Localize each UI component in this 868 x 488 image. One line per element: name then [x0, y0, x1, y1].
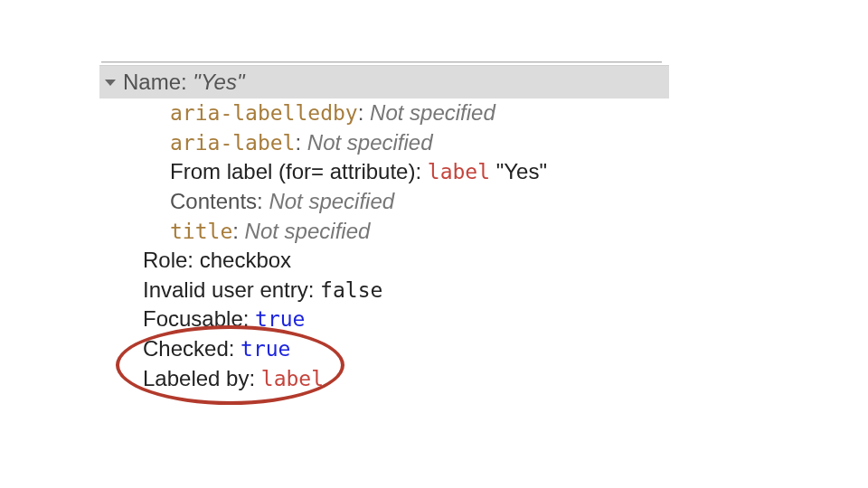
source-aria-label: aria-label: Not specified [99, 128, 669, 158]
source-contents: Contents: Not specified [99, 187, 669, 217]
contents-value: Not specified [269, 189, 394, 213]
prop-labeled-by: Labeled by: label [99, 364, 669, 394]
role-label: Role: [143, 248, 193, 272]
role-value: checkbox [200, 248, 291, 272]
prop-invalid: Invalid user entry: false [99, 276, 669, 305]
aria-label-attr: aria-label [170, 131, 295, 155]
labeled-by-value: label [261, 367, 324, 390]
checked-value: true [241, 337, 290, 361]
focusable-value: true [255, 307, 305, 331]
checked-label: Checked: [143, 336, 234, 361]
title-attr: title [170, 220, 232, 243]
invalid-value: false [320, 278, 382, 302]
prop-checked: Checked: true [99, 334, 669, 364]
source-title: title: Not specified [99, 217, 669, 247]
from-label-text: "Yes" [496, 159, 547, 183]
chevron-down-icon [105, 80, 116, 86]
aria-labelledby-value: Not specified [370, 100, 495, 125]
name-label: Name: [123, 68, 187, 98]
title-value: Not specified [245, 219, 371, 243]
prop-role: Role: checkbox [99, 246, 669, 276]
source-from-label: From label (for= attribute): label "Yes" [99, 157, 669, 187]
invalid-label: Invalid user entry: [143, 277, 314, 302]
source-aria-labelledby: aria-labelledby: Not specified [99, 99, 669, 128]
focusable-label: Focusable: [143, 306, 249, 331]
name-value: "Yes" [193, 68, 244, 98]
contents-label: Contents: [170, 189, 263, 213]
from-label-label: From label (for= attribute): [170, 159, 421, 183]
accessibility-panel: Name: "Yes" aria-labelledby: Not specifi… [99, 65, 669, 393]
aria-labelledby-attr: aria-labelledby [170, 101, 358, 125]
aria-label-value: Not specified [307, 130, 433, 155]
name-section-header[interactable]: Name: "Yes" [99, 65, 669, 99]
from-label-code: label [428, 160, 490, 183]
labeled-by-label: Labeled by: [143, 366, 255, 390]
prop-focusable: Focusable: true [99, 305, 669, 334]
panel-top-divider [101, 61, 662, 63]
